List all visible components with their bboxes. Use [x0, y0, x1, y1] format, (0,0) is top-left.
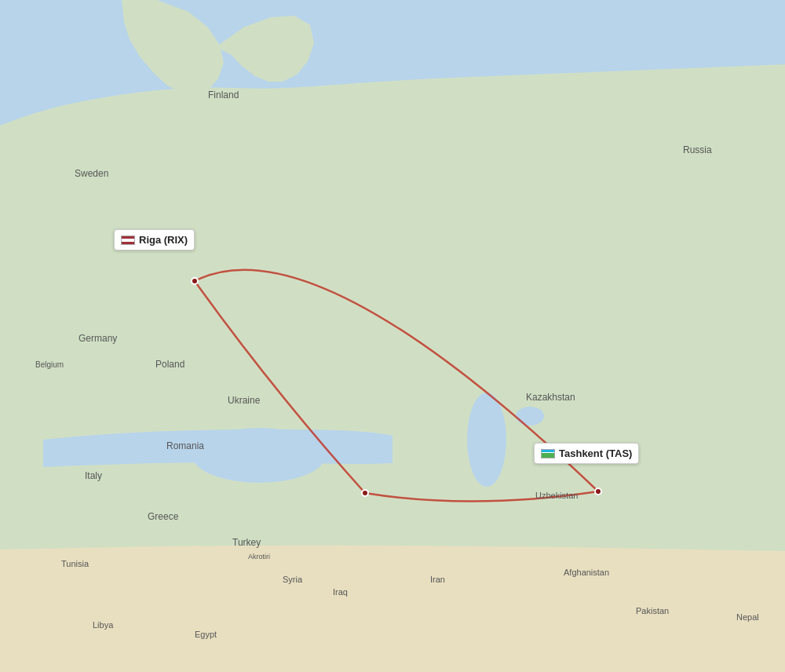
svg-text:Russia: Russia: [683, 144, 712, 155]
svg-text:Egypt: Egypt: [195, 630, 217, 639]
svg-point-3: [467, 393, 506, 487]
svg-text:Libya: Libya: [93, 620, 114, 630]
svg-text:Tunisia: Tunisia: [61, 559, 89, 568]
svg-text:Belgium: Belgium: [35, 360, 64, 369]
tashkent-label-text: Tashkent (TAS): [559, 447, 632, 459]
map-container: Finland Sweden Russia Germany Poland Ukr…: [0, 0, 785, 672]
uzbekistan-flag: [541, 449, 555, 458]
svg-point-4: [516, 407, 544, 425]
svg-text:Afghanistan: Afghanistan: [564, 568, 609, 577]
svg-text:Germany: Germany: [78, 333, 117, 344]
riga-label[interactable]: Riga (RIX): [114, 229, 195, 250]
svg-text:Poland: Poland: [155, 359, 184, 370]
svg-text:Romania: Romania: [166, 440, 204, 451]
svg-text:Kazakhstan: Kazakhstan: [526, 392, 575, 403]
svg-text:Nepal: Nepal: [736, 612, 759, 622]
svg-text:Iran: Iran: [430, 575, 445, 584]
svg-text:Ukraine: Ukraine: [228, 395, 261, 406]
midpoint-dot: [361, 489, 369, 497]
svg-text:Pakistan: Pakistan: [636, 606, 669, 615]
svg-text:Syria: Syria: [283, 575, 303, 584]
svg-text:Iraq: Iraq: [333, 587, 348, 597]
svg-text:Italy: Italy: [85, 470, 102, 481]
svg-text:Akrotiri: Akrotiri: [248, 553, 270, 561]
svg-text:Greece: Greece: [148, 511, 179, 522]
riga-label-text: Riga (RIX): [139, 234, 188, 246]
svg-text:Finland: Finland: [208, 89, 239, 100]
svg-text:Turkey: Turkey: [232, 537, 261, 548]
latvia-flag: [121, 236, 135, 245]
svg-text:Uzbekistan: Uzbekistan: [535, 491, 578, 500]
map-svg: Finland Sweden Russia Germany Poland Ukr…: [0, 0, 785, 672]
destination-dot: [594, 488, 602, 495]
origin-dot: [191, 277, 199, 285]
tashkent-label[interactable]: Tashkent (TAS): [534, 443, 639, 464]
svg-text:Sweden: Sweden: [75, 168, 108, 179]
